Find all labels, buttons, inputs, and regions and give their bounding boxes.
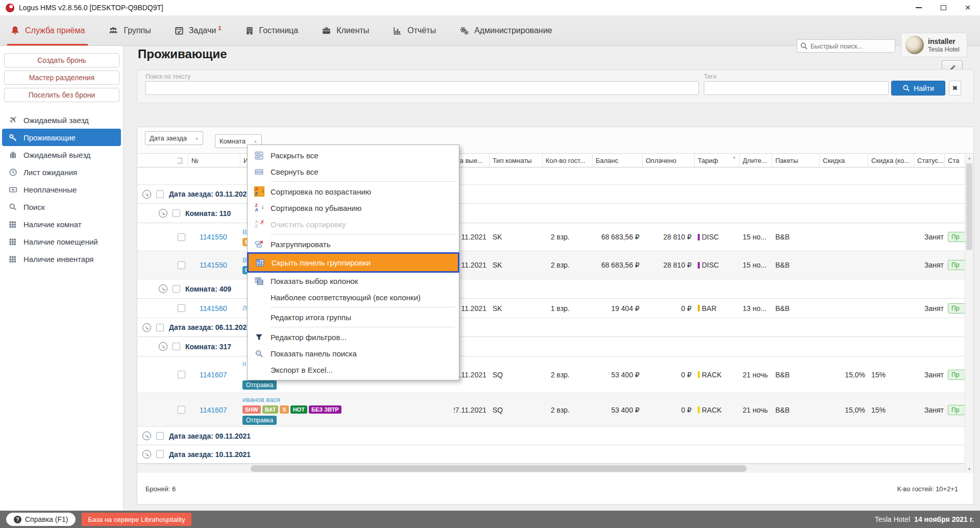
horizontal-scrollbar[interactable] bbox=[137, 464, 965, 473]
nav-item-1[interactable]: Группы bbox=[108, 15, 151, 45]
find-button[interactable]: Найти bbox=[891, 81, 945, 95]
sidebar-button-0[interactable]: Создать бронь bbox=[4, 53, 119, 67]
sidebar-item-1[interactable]: Проживающие bbox=[2, 129, 121, 146]
maximize-button[interactable] bbox=[931, 0, 955, 15]
menu-item-1[interactable]: Свернуть все bbox=[248, 163, 459, 180]
sidebar-item-8[interactable]: Наличие инвентаря bbox=[2, 250, 121, 268]
collapse-group-icon[interactable]: ↘ bbox=[142, 450, 151, 459]
nav-item-6[interactable]: Администрирование bbox=[459, 15, 552, 45]
menu-item-15[interactable]: Показать панель поиска bbox=[248, 345, 459, 362]
group-checkbox[interactable] bbox=[156, 324, 164, 331]
group-checkbox[interactable] bbox=[173, 343, 180, 350]
menu-item-label: Очистить сортировку bbox=[271, 220, 346, 229]
menu-item-14[interactable]: Редактор фильтров... bbox=[248, 329, 459, 345]
sidebar-button-2[interactable]: Поселить без брони bbox=[4, 88, 119, 102]
column-header-13[interactable]: Статус... bbox=[914, 154, 945, 167]
grid-icon bbox=[8, 255, 17, 263]
column-header-7[interactable]: Оплачено bbox=[643, 154, 695, 167]
nav-item-3[interactable]: Гостиница bbox=[245, 15, 299, 45]
sidebar-item-6[interactable]: Наличие комнат bbox=[2, 215, 121, 233]
column-header-9[interactable]: Длите... bbox=[740, 154, 772, 167]
sort-arrow-icon: ▲ bbox=[732, 155, 736, 159]
menu-item-0[interactable]: Раскрыть все bbox=[248, 147, 459, 163]
menu-item-12[interactable]: Редактор итога группы bbox=[248, 309, 459, 325]
sidebar-item-3[interactable]: Лист ожидания bbox=[2, 163, 121, 181]
group-row[interactable]: ↘ Дата заезда: 10.11.2021 bbox=[137, 445, 965, 464]
nav-item-2[interactable]: Задачи 1 bbox=[175, 15, 222, 45]
collapse-group-icon[interactable]: ↘ bbox=[142, 190, 151, 199]
nav-item-0[interactable]: Служба приёма bbox=[10, 15, 85, 45]
hscroll-thumb[interactable] bbox=[251, 465, 747, 472]
menu-item-16[interactable]: Экспорт в Excel... bbox=[248, 362, 459, 378]
help-button[interactable]: ? Справка (F1) bbox=[6, 513, 76, 526]
collapse-group-icon[interactable]: ↘ bbox=[159, 342, 167, 351]
menu-item-5[interactable]: AZ↓✗Очистить сортировку bbox=[248, 216, 459, 232]
column-header-5[interactable]: Кол-во гост... bbox=[543, 154, 593, 167]
column-header-11[interactable]: Скидка bbox=[820, 154, 868, 167]
sidebar-item-5[interactable]: Поиск bbox=[2, 198, 121, 215]
sidebar-item-2[interactable]: Ожидаемый выезд bbox=[2, 146, 121, 163]
group-checkbox[interactable] bbox=[156, 190, 164, 198]
group-checkbox[interactable] bbox=[173, 285, 180, 293]
menu-item-9[interactable]: Показать выбор колонок bbox=[248, 273, 459, 289]
column-header-14[interactable]: Ста bbox=[945, 154, 965, 167]
row-checkbox[interactable] bbox=[178, 233, 185, 241]
column-header-10[interactable]: Пакеты bbox=[772, 154, 820, 167]
booking-number-link[interactable]: 1141550 bbox=[200, 233, 227, 241]
guest-name[interactable]: иванов вася bbox=[242, 395, 452, 404]
row-checkbox[interactable] bbox=[178, 406, 185, 414]
booking-number-link[interactable]: 1141607 bbox=[200, 371, 227, 379]
group-checkbox[interactable] bbox=[156, 450, 164, 458]
vertical-scrollbar[interactable]: ▲ ▼ bbox=[965, 154, 973, 473]
column-header-label: № bbox=[191, 157, 199, 164]
row-checkbox[interactable] bbox=[178, 371, 185, 378]
menu-item-8[interactable]: Скрыть панель группировки bbox=[247, 252, 459, 273]
row-checkbox[interactable] bbox=[178, 304, 185, 312]
group-row[interactable]: ↘ Дата заезда: 09.11.2021 bbox=[137, 427, 965, 445]
collapse-group-icon[interactable]: ↘ bbox=[159, 209, 167, 218]
sidebar-button-1[interactable]: Мастер разделения bbox=[4, 70, 119, 85]
column-header-12[interactable]: Скидка (ко... bbox=[868, 154, 914, 167]
scroll-up-icon[interactable]: ▲ bbox=[965, 154, 973, 162]
column-header-4[interactable]: Тип комнаты bbox=[489, 154, 543, 167]
text-search-input[interactable] bbox=[145, 81, 699, 95]
sidebar-item-4[interactable]: Неоплаченные bbox=[2, 181, 121, 198]
collapse-group-icon[interactable]: ↘ bbox=[142, 323, 151, 332]
sidebar-item-0[interactable]: Ожидаемый заезд bbox=[2, 111, 121, 129]
clear-filter-button[interactable]: ✖ bbox=[949, 81, 961, 95]
booking-number-link[interactable]: 1141607 bbox=[200, 406, 227, 414]
booking-number-link[interactable]: 1141560 bbox=[200, 304, 227, 313]
sidebar-item-7[interactable]: Наличие помещений bbox=[2, 233, 121, 250]
menu-item-7[interactable]: Разгруппировать bbox=[248, 236, 459, 252]
close-button[interactable]: ✕ bbox=[955, 0, 980, 15]
scroll-down-icon[interactable]: ▼ bbox=[965, 465, 973, 473]
column-header-1[interactable]: № bbox=[188, 154, 240, 167]
group-checkbox[interactable] bbox=[156, 432, 164, 440]
menu-item-3[interactable]: AZ↓Сортировка по возрастанию bbox=[248, 183, 459, 200]
collapse-group-icon[interactable]: ↘ bbox=[159, 284, 167, 293]
search-panel-icon bbox=[255, 349, 263, 358]
sort-descending-icon: ZA↓ bbox=[255, 203, 264, 212]
status-chip: Пр bbox=[948, 370, 965, 380]
duration-cell: 15 но... bbox=[740, 251, 772, 279]
minimize-button[interactable] bbox=[906, 0, 931, 15]
column-header-6[interactable]: Баланс bbox=[593, 154, 643, 167]
column-header-8[interactable]: Тариф▲ bbox=[695, 154, 740, 167]
collapse-group-icon[interactable]: ↘ bbox=[142, 431, 151, 440]
group-label: Дата заезда: 06.11.2021 bbox=[169, 323, 251, 331]
menu-item-10[interactable]: Наиболее соответствующий (все колонки) bbox=[248, 289, 459, 305]
nav-item-5[interactable]: Отчёты bbox=[393, 15, 436, 45]
group-checkbox[interactable] bbox=[173, 209, 180, 217]
user-card[interactable]: installer Tesla Hotel bbox=[901, 33, 967, 57]
vscroll-thumb[interactable] bbox=[966, 163, 972, 250]
database-server-button[interactable]: База на сервере Librahospitality bbox=[82, 513, 191, 526]
quick-search-input[interactable] bbox=[797, 39, 895, 53]
table-row[interactable]: 1141607 иванов вася SHWBATSHOTБЕЗ ЗВТР О… bbox=[137, 393, 965, 427]
tags-input[interactable] bbox=[704, 81, 889, 95]
nav-item-4[interactable]: Клиенты bbox=[322, 15, 369, 45]
column-header-0[interactable] bbox=[137, 154, 188, 167]
row-checkbox[interactable] bbox=[178, 261, 185, 269]
booking-number-link[interactable]: 1141550 bbox=[200, 261, 227, 269]
group-chip-0[interactable]: Дата заезда▲ bbox=[145, 131, 203, 145]
menu-item-4[interactable]: ZA↓Сортировка по убыванию bbox=[248, 200, 459, 216]
